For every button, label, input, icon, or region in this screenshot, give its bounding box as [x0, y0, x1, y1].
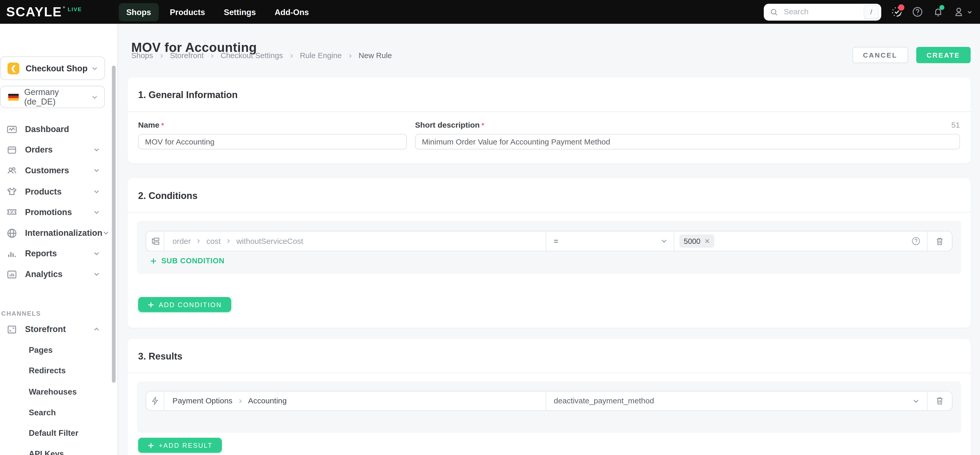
- shop-selector-label: Checkout Shop: [25, 64, 88, 73]
- breadcrumb-shops[interactable]: Shops: [131, 51, 153, 60]
- chevron-down-icon: [93, 167, 100, 174]
- sidebar-item-dashboard[interactable]: Dashboard: [0, 119, 118, 140]
- chevron-down-icon: [91, 93, 98, 101]
- nav-settings[interactable]: Settings: [216, 3, 263, 21]
- result-action-select[interactable]: deactivate_payment_method: [546, 391, 927, 410]
- value-tag: 5000: [679, 235, 714, 248]
- tasks-notification-badge: [898, 5, 904, 11]
- sidebar-item-label: Internationalization: [25, 228, 102, 238]
- breadcrumb-storefront[interactable]: Storefront: [170, 51, 204, 60]
- condition-value-input[interactable]: 5000: [674, 231, 927, 251]
- sidebar-item-label: Storefront: [25, 324, 65, 334]
- sidebar: ❮ Checkout Shop Germany (de_DE): [0, 24, 118, 455]
- name-field-group: Name *: [138, 121, 407, 149]
- required-asterisk: *: [482, 121, 484, 129]
- nav-add-ons[interactable]: Add-Ons: [267, 3, 316, 21]
- sidebar-item-search[interactable]: Search: [0, 402, 118, 423]
- promotions-icon: [6, 206, 18, 218]
- analytics-icon: [6, 269, 18, 280]
- nav-products[interactable]: Products: [162, 3, 213, 21]
- results-header: 3. Results: [127, 339, 970, 374]
- add-result-button[interactable]: +ADD RESULT: [138, 437, 222, 453]
- sidebar-item-promotions[interactable]: Promotions: [0, 202, 118, 223]
- sidebar-item-warehouses[interactable]: Warehouses: [0, 381, 118, 402]
- chevron-up-icon: [93, 326, 100, 333]
- sidebar-item-pages[interactable]: Pages: [0, 340, 118, 360]
- short-description-field[interactable]: [415, 134, 960, 149]
- name-field-label: Name: [138, 121, 159, 129]
- customers-icon: [6, 165, 18, 176]
- sidebar-menu: Dashboard Orders: [0, 119, 118, 285]
- topbar-right: /: [764, 3, 972, 20]
- sidebar-item-internationalization[interactable]: Internationalization: [0, 223, 118, 243]
- account-menu[interactable]: [953, 6, 972, 18]
- add-condition-label: ADD CONDITION: [159, 301, 222, 308]
- tasks-icon[interactable]: [891, 6, 902, 18]
- path-segment: order: [172, 236, 191, 246]
- section-heading: 1. General Information: [138, 89, 238, 100]
- internationalization-icon: [6, 227, 18, 238]
- nav-shops[interactable]: Shops: [119, 3, 159, 21]
- chevron-down-icon: [102, 230, 110, 236]
- breadcrumb-rule-engine[interactable]: Rule Engine: [300, 51, 342, 60]
- sidebar-subitem-label: Pages: [29, 345, 52, 354]
- logo-degree-mark: °: [63, 5, 65, 12]
- result-target-picker[interactable]: Payment Options Accounting: [164, 391, 546, 410]
- help-icon[interactable]: [912, 6, 923, 18]
- breadcrumb-checkout-settings[interactable]: Checkout Settings: [221, 51, 283, 60]
- sidebar-item-products[interactable]: Products: [0, 181, 118, 202]
- sidebar-item-storefront[interactable]: Storefront: [0, 319, 118, 340]
- sidebar-item-reports[interactable]: Reports: [0, 243, 118, 264]
- global-search[interactable]: /: [764, 3, 881, 20]
- chevron-right-icon: [237, 398, 243, 404]
- sidebar-scrollbar[interactable]: [112, 65, 116, 383]
- sidebar-item-analytics[interactable]: Analytics: [0, 264, 118, 285]
- sidebar-subitem-label: Default Filter: [29, 428, 78, 437]
- remove-value-icon[interactable]: [704, 238, 710, 244]
- chevron-down-icon: [93, 250, 100, 257]
- chevron-down-icon: [93, 188, 100, 195]
- storefront-subitems: Pages Redirects Warehouses Search Defaul…: [0, 340, 118, 455]
- char-count: 51: [951, 121, 960, 129]
- storefront-icon: [6, 324, 18, 335]
- sidebar-item-orders[interactable]: Orders: [0, 140, 118, 160]
- topbar: SCAYLE ° LIVE Shops Products Settings Ad…: [0, 0, 980, 24]
- sidebar-item-default-filter[interactable]: Default Filter: [0, 423, 118, 443]
- sidebar-item-label: Products: [25, 187, 62, 196]
- results-card: 3. Results Payment Options Accounting: [127, 339, 970, 455]
- sidebar-item-customers[interactable]: Customers: [0, 160, 118, 181]
- sidebar-item-api-keys[interactable]: API Keys: [0, 443, 118, 455]
- shop-selector[interactable]: ❮ Checkout Shop: [0, 56, 105, 80]
- reports-icon: [6, 248, 18, 259]
- condition-group-panel: order cost withoutServiceCost =: [137, 221, 961, 274]
- condition-attribute-picker[interactable]: order cost withoutServiceCost: [164, 231, 546, 251]
- operator-select[interactable]: =: [546, 231, 674, 251]
- bell-icon[interactable]: [932, 6, 944, 18]
- short-description-field-group: Short description * 51: [415, 121, 960, 149]
- sidebar-subitem-label: Warehouses: [29, 387, 77, 396]
- add-condition-button[interactable]: ADD CONDITION: [138, 297, 231, 312]
- locale-selector[interactable]: Germany (de_DE): [0, 86, 105, 108]
- help-circle-icon[interactable]: [911, 236, 921, 246]
- delete-result-button[interactable]: [927, 391, 952, 410]
- add-sub-condition-link[interactable]: SUB CONDITION: [150, 256, 224, 265]
- slash-shortcut-key: /: [864, 5, 879, 19]
- sidebar-item-redirects[interactable]: Redirects: [0, 360, 118, 381]
- breadcrumb: Shops Storefront Checkout Settings Rule …: [131, 51, 392, 60]
- channels-section-label: CHANNELS: [1, 310, 41, 317]
- condition-row: order cost withoutServiceCost =: [146, 231, 953, 252]
- path-segment: withoutServiceCost: [237, 236, 303, 246]
- required-asterisk: *: [161, 121, 164, 129]
- name-field[interactable]: [138, 134, 407, 149]
- chevron-down-icon: [91, 65, 98, 72]
- short-description-field-label: Short description: [415, 121, 480, 129]
- cancel-button[interactable]: CANCEL: [853, 47, 908, 63]
- delete-condition-button[interactable]: [927, 231, 952, 251]
- search-icon: [770, 8, 778, 16]
- chevron-right-icon: [159, 53, 164, 59]
- path-segment: cost: [206, 236, 221, 246]
- scayle-logo: SCAYLE ° LIVE: [6, 5, 113, 19]
- create-button[interactable]: CREATE: [916, 47, 970, 63]
- plus-icon: [148, 442, 154, 449]
- search-input[interactable]: [783, 7, 864, 17]
